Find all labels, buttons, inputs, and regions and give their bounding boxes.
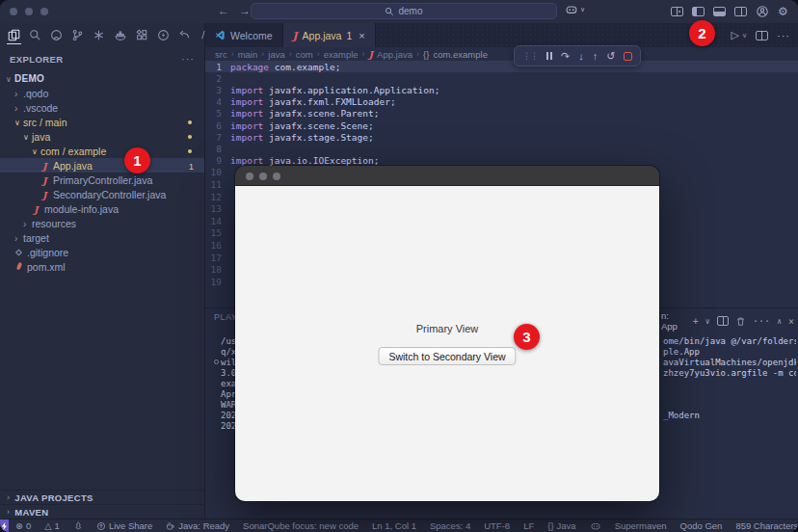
terminal-line: 3.0. [214, 368, 236, 379]
status-warnings[interactable]: △1 [38, 520, 66, 531]
javafx-titlebar[interactable] [235, 166, 659, 186]
section-java-projects[interactable]: ›JAVA PROJECTS [0, 490, 204, 504]
tab-app-java[interactable]: J App.java 1 × [283, 23, 376, 47]
tab-welcome[interactable]: Welcome [205, 23, 283, 47]
javafx-app-window[interactable]: Primary View Switch to Secondary View [235, 166, 659, 501]
explorer-item-target[interactable]: ›target [0, 230, 204, 245]
explorer-more-icon[interactable]: ··· [181, 53, 195, 65]
editor-more-icon[interactable]: ··· [777, 30, 790, 41]
split-terminal-icon[interactable] [717, 316, 730, 326]
toggle-secondary-sidebar-icon[interactable] [733, 4, 748, 18]
breadcrumb-item[interactable]: main [238, 49, 258, 60]
restart-icon[interactable]: ↺ [606, 50, 615, 63]
panel-tab-fragment[interactable]: PLAY [214, 312, 237, 322]
drag-handle-icon[interactable]: ⋮⋮ [522, 51, 538, 61]
status-errors[interactable]: ⊗0 [9, 520, 38, 531]
minimize-window-icon[interactable] [25, 8, 33, 15]
status-java-status[interactable]: Java: Ready [159, 520, 236, 531]
toggle-primary-sidebar-icon[interactable] [691, 4, 705, 18]
new-terminal-icon[interactable]: + [693, 316, 699, 327]
status-supermaven-status[interactable]: Supermaven [608, 520, 674, 531]
explorer-item--gitignore[interactable]: .gitignore [0, 245, 204, 259]
status-char-count[interactable]: 859 Characters [729, 520, 798, 531]
activity-extensions-icon[interactable] [136, 26, 148, 43]
explorer-item-primarycontroller-java[interactable]: JPrimaryController.java [0, 173, 204, 187]
activity-docker-icon[interactable] [114, 26, 127, 43]
explorer-item-com-example[interactable]: ∨com / example [0, 144, 204, 158]
history-forward-icon[interactable]: → [239, 4, 251, 17]
status-sonarqube-focus[interactable]: SonarQube focus: new code [236, 520, 365, 531]
panel-more-icon[interactable]: ··· [753, 316, 770, 327]
status-qodo-gen[interactable]: Qodo Gen [674, 520, 730, 531]
kill-terminal-icon[interactable] [735, 316, 746, 327]
run-java-button[interactable]: ▷ [731, 29, 738, 41]
maximize-panel-icon[interactable]: ∧ [777, 317, 782, 326]
javafx-content: Primary View Switch to Secondary View [235, 186, 659, 501]
status-eol[interactable]: LF [517, 520, 541, 531]
breadcrumb-symbol[interactable]: com.example [433, 49, 488, 60]
copilot-menu[interactable]: ∨ [565, 4, 585, 15]
activity-github-icon[interactable] [50, 26, 63, 43]
close-panel-icon[interactable]: × [788, 316, 794, 327]
code-line: 4import javafx.fxml.FXMLLoader; [205, 96, 798, 108]
close-window-icon[interactable] [246, 173, 253, 180]
close-tab-icon[interactable]: × [359, 30, 364, 41]
explorer-item-src-main[interactable]: ∨src / main [0, 115, 204, 129]
status-copilot-status[interactable] [583, 521, 608, 531]
activity-search-icon[interactable] [29, 26, 41, 43]
zoom-window-icon[interactable] [273, 173, 280, 180]
explorer-item--qodo[interactable]: ›.qodo [0, 86, 204, 100]
javafx-window-controls[interactable] [246, 173, 280, 180]
command-center-search[interactable]: demo [251, 3, 557, 19]
split-editor-icon[interactable] [756, 31, 768, 40]
explorer-item--vscode[interactable]: ›.vscode [0, 100, 204, 115]
breadcrumb-item[interactable]: example [324, 49, 359, 60]
breadcrumb-item[interactable]: com [296, 49, 313, 60]
activity-sonarlint-icon[interactable] [93, 26, 105, 43]
explorer-item-demo[interactable]: ∨DEMO [0, 71, 204, 86]
status-indentation[interactable]: Spaces: 4 [423, 520, 477, 531]
maximize-window-icon[interactable] [40, 8, 48, 15]
step-out-icon[interactable]: ↑ [593, 50, 598, 62]
code-text: javafx.fxml.FXMLLoader; [263, 96, 395, 107]
pause-icon[interactable] [546, 52, 552, 60]
customize-layout-icon[interactable] [670, 4, 684, 18]
status-live-share[interactable]: Live Share [90, 520, 159, 531]
run-dropdown-icon[interactable]: ∨ [742, 32, 747, 40]
breadcrumb-file[interactable]: App.java [377, 49, 412, 60]
minimize-window-icon[interactable] [259, 173, 267, 180]
section-maven[interactable]: ›MAVEN [0, 504, 204, 519]
breadcrumb-item[interactable]: src [215, 49, 227, 60]
activity-debug-back-icon[interactable] [178, 26, 191, 43]
history-back-icon[interactable]: ← [218, 4, 229, 17]
close-window-icon[interactable] [10, 8, 17, 15]
activity-thunder-client-icon[interactable] [157, 26, 170, 43]
item-label: src / main [23, 117, 67, 128]
explorer-item-secondarycontroller-java[interactable]: JSecondaryController.java [0, 187, 204, 201]
terminal-name[interactable]: n: App [661, 310, 686, 332]
explorer-item-java[interactable]: ∨java [0, 129, 204, 144]
status-cursor-position[interactable]: Ln 1, Col 1 [365, 520, 423, 531]
remote-indicator[interactable] [0, 519, 9, 532]
activity-explorer-icon[interactable] [8, 26, 20, 43]
explorer-item-app-java[interactable]: JApp.java1 [0, 158, 204, 173]
status-encoding[interactable]: UTF-8 [477, 520, 517, 531]
breadcrumb-item[interactable]: java [268, 49, 284, 60]
activity-source-control-icon[interactable] [71, 26, 84, 43]
explorer-item-resources[interactable]: ›resources [0, 216, 204, 230]
step-over-icon[interactable]: ↷ [561, 50, 570, 63]
stop-icon[interactable] [624, 52, 632, 61]
account-icon[interactable] [755, 4, 769, 18]
explorer-item-pom-xml[interactable]: pom.xml [0, 259, 204, 274]
line-number: 2 [205, 73, 230, 84]
explorer-item-module-info-java[interactable]: Jmodule-info.java [0, 201, 204, 216]
status-rocket[interactable] [66, 521, 90, 531]
terminal-dropdown-icon[interactable]: ∨ [705, 317, 710, 326]
status-language-mode[interactable]: {}Java [541, 520, 582, 531]
toggle-panel-icon[interactable] [712, 4, 727, 18]
settings-gear-icon[interactable]: ⚙ [776, 4, 790, 18]
window-controls[interactable] [10, 8, 48, 15]
switch-to-secondary-view-button[interactable]: Switch to Secondary View [378, 347, 516, 365]
docker-glyph [114, 29, 127, 41]
step-into-icon[interactable]: ↓ [578, 50, 584, 62]
